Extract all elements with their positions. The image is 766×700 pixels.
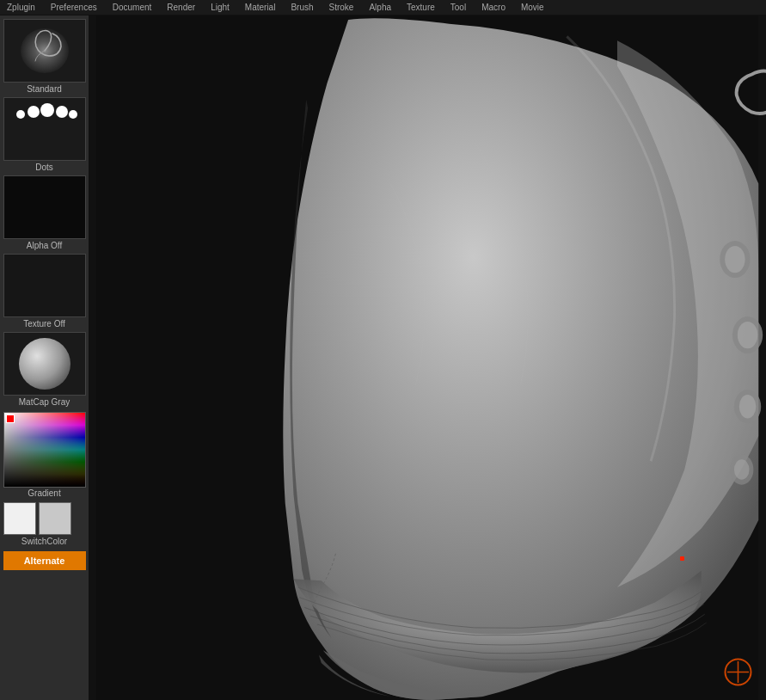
color-picker-area[interactable]: [3, 412, 86, 488]
texture-off-preview: [3, 254, 86, 317]
standard-brush-preview: [3, 19, 86, 83]
standard-brush-label: Standard: [3, 83, 86, 95]
color-picker[interactable]: Gradient: [3, 412, 86, 499]
menu-material[interactable]: Material: [242, 3, 279, 12]
color-swatches: [3, 502, 71, 535]
foreground-color-swatch[interactable]: [3, 502, 36, 535]
svg-point-4: [56, 106, 68, 118]
menu-texture[interactable]: Texture: [403, 3, 438, 12]
svg-point-1: [16, 110, 25, 119]
main-area: Standard Dots Alpha Off: [0, 15, 766, 700]
menu-alpha[interactable]: Alpha: [365, 3, 395, 12]
color-cursor: [6, 414, 15, 423]
black-gradient: [4, 413, 85, 487]
menu-zplugin[interactable]: Zplugin: [3, 3, 39, 12]
alternate-button[interactable]: Alternate: [3, 551, 86, 570]
menu-tool[interactable]: Tool: [447, 3, 469, 12]
background-color-swatch[interactable]: [39, 502, 71, 535]
menu-light[interactable]: Light: [207, 3, 233, 12]
svg-point-10: [738, 322, 757, 348]
menu-brush[interactable]: Brush: [287, 3, 316, 12]
left-sidebar: Standard Dots Alpha Off: [0, 15, 89, 700]
menu-movie[interactable]: Movie: [518, 3, 548, 12]
texture-off-label: Texture Off: [3, 317, 86, 330]
dots-brush-label: Dots: [3, 161, 86, 174]
standard-brush-item[interactable]: Standard: [3, 19, 86, 95]
svg-point-5: [69, 110, 77, 119]
top-menu-bar: Zplugin Preferences Document Render Ligh…: [0, 0, 766, 15]
dots-brush-item[interactable]: Dots: [3, 97, 86, 174]
gradient-label: Gradient: [3, 488, 86, 499]
menu-preferences[interactable]: Preferences: [47, 3, 101, 12]
viewport-content: [89, 15, 766, 700]
menu-stroke[interactable]: Stroke: [326, 3, 358, 12]
svg-point-14: [734, 459, 750, 479]
dots-brush-preview: [3, 97, 86, 161]
matcap-gray-preview: [3, 332, 86, 396]
texture-off-item[interactable]: Texture Off: [3, 254, 86, 330]
dots-brush-icon: [8, 99, 82, 159]
switch-color-container: SwitchColor: [3, 500, 86, 548]
menu-macro[interactable]: Macro: [478, 3, 509, 12]
switch-color-label: SwitchColor: [3, 535, 86, 548]
alpha-off-preview: [3, 175, 86, 239]
alpha-off-label: Alpha Off: [3, 239, 86, 252]
svg-point-12: [739, 395, 757, 418]
red-indicator-dot: [680, 556, 684, 561]
matcap-gray-item[interactable]: MatCap Gray: [3, 332, 86, 408]
matcap-gray-label: MatCap Gray: [3, 396, 86, 408]
3d-model-svg: [89, 15, 766, 700]
svg-point-3: [40, 103, 54, 117]
alpha-off-item[interactable]: Alpha Off: [3, 175, 86, 252]
menu-document[interactable]: Document: [109, 3, 156, 12]
viewport[interactable]: [89, 15, 766, 700]
svg-point-2: [28, 106, 40, 118]
corner-compass: [723, 657, 753, 687]
standard-brush-swirl-icon: [15, 25, 75, 77]
matcap-sphere-icon: [19, 338, 70, 390]
svg-point-8: [725, 246, 745, 273]
menu-render[interactable]: Render: [163, 3, 199, 12]
